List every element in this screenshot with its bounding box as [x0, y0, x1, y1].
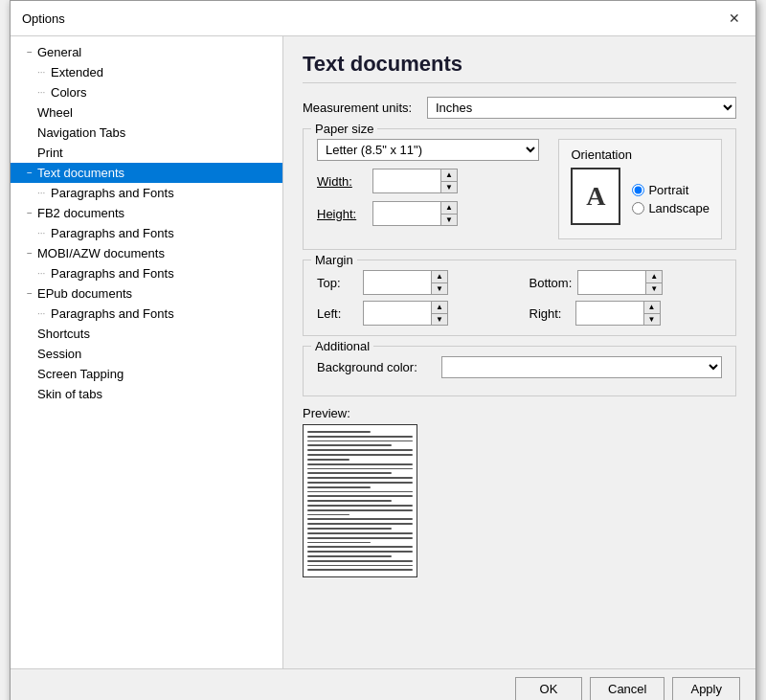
left-spinner[interactable]: 0.0 " ▲ ▼	[363, 301, 448, 326]
height-input[interactable]: 11.0 "	[373, 205, 440, 223]
portrait-radio[interactable]	[632, 184, 644, 196]
preview-line	[307, 551, 413, 553]
width-down-button[interactable]: ▼	[441, 181, 457, 192]
top-down-button[interactable]: ▼	[432, 282, 447, 294]
right-down-button[interactable]: ▼	[644, 313, 660, 325]
additional-group: Additional Background color:	[303, 346, 736, 396]
preview-line	[307, 463, 413, 465]
tree-item-label-epub-documents: EPub documents	[37, 286, 132, 301]
preview-page	[303, 424, 417, 577]
orientation-label: Orientation	[571, 147, 710, 162]
bottom-spinner-buttons: ▲ ▼	[645, 271, 662, 294]
measurement-select[interactable]: InchesCentimetersMillimetersPoints	[427, 97, 736, 119]
height-down-button[interactable]: ▼	[441, 214, 457, 225]
top-spinner[interactable]: 0.0 " ▲ ▼	[363, 270, 448, 295]
preview-line	[307, 477, 413, 479]
left-margin-item: Left: 0.0 " ▲ ▼	[317, 301, 510, 326]
preview-line	[307, 459, 349, 461]
top-spinner-buttons: ▲ ▼	[431, 271, 447, 294]
width-label: Width:	[317, 174, 372, 189]
additional-label: Additional	[311, 339, 373, 353]
cancel-button[interactable]: Cancel	[590, 677, 665, 700]
tree-item-fb2-documents[interactable]: −FB2 documents	[11, 203, 282, 223]
tree-item-text-paragraphs-fonts[interactable]: ···Paragraphs and Fonts	[11, 183, 282, 203]
connector-text-paragraphs-fonts: ···	[37, 188, 49, 198]
preview-line	[307, 440, 413, 442]
title-bar: Options ✕	[11, 1, 755, 36]
left-up-button[interactable]: ▲	[432, 302, 447, 313]
orientation-box: Orientation A Portrait	[558, 139, 722, 239]
tree-item-mobi-paragraphs-fonts[interactable]: ···Paragraphs and Fonts	[11, 263, 282, 283]
tree-item-text-documents[interactable]: −Text documents	[11, 163, 282, 183]
tree-item-epub-paragraphs-fonts[interactable]: ···Paragraphs and Fonts	[11, 304, 282, 324]
tree-item-label-mobi-paragraphs-fonts: Paragraphs and Fonts	[51, 266, 174, 281]
left-input[interactable]: 0.0 "	[364, 305, 431, 323]
tree-item-label-wheel: Wheel	[37, 105, 73, 120]
ok-button[interactable]: OK	[515, 677, 582, 700]
tree-item-session[interactable]: Session	[11, 344, 282, 364]
tree-item-label-colors: Colors	[51, 85, 87, 100]
landscape-option[interactable]: Landscape	[632, 201, 710, 215]
height-label: Height:	[317, 207, 372, 221]
landscape-radio[interactable]	[632, 202, 644, 215]
right-label: Right:	[529, 306, 570, 321]
preview-line	[307, 436, 413, 438]
tree-item-mobi-documents[interactable]: −MOBI/AZW documents	[11, 243, 282, 263]
page-icon: A	[571, 168, 620, 225]
tree-item-label-navigation-tabs: Navigation Tabs	[37, 125, 125, 140]
tree-item-label-text-documents: Text documents	[37, 166, 124, 180]
apply-button[interactable]: Apply	[672, 677, 740, 700]
top-up-button[interactable]: ▲	[432, 271, 447, 282]
paper-size-left: Letter (8.5" x 11")A4 (8.27" x 11.69")A5…	[317, 139, 539, 234]
tree-item-epub-documents[interactable]: −EPub documents	[11, 283, 282, 304]
width-spinner[interactable]: 8.5 " ▲ ▼	[372, 169, 458, 193]
tree-item-screen-tapping[interactable]: Screen Tapping	[11, 364, 282, 384]
tree-item-label-mobi-documents: MOBI/AZW documents	[37, 246, 165, 260]
tree-item-navigation-tabs[interactable]: Navigation Tabs	[11, 123, 282, 143]
bottom-up-button[interactable]: ▲	[646, 271, 662, 282]
close-button[interactable]: ✕	[725, 9, 744, 28]
right-input[interactable]: 0.0 "	[576, 305, 643, 323]
preview-line	[307, 509, 413, 511]
tree-item-label-general: General	[37, 45, 81, 59]
tree-panel: −General···Extended···ColorsWheelNavigat…	[11, 36, 283, 668]
bg-color-select[interactable]	[441, 356, 722, 378]
top-input[interactable]: 0.0 "	[364, 274, 431, 292]
tree-item-colors[interactable]: ···Colors	[11, 82, 282, 102]
tree-item-print[interactable]: Print	[11, 143, 282, 163]
tree-item-wheel[interactable]: Wheel	[11, 102, 282, 123]
bottom-margin-item: Bottom: 0.0 " ▲ ▼	[529, 270, 723, 295]
width-row: Width: 8.5 " ▲ ▼	[317, 169, 539, 193]
preview-line	[307, 486, 371, 488]
bottom-spinner[interactable]: 0.0 " ▲ ▼	[577, 270, 663, 295]
tree-item-label-extended: Extended	[51, 65, 103, 79]
tree-item-skin-of-tabs[interactable]: Skin of tabs	[11, 384, 282, 404]
height-spinner-buttons: ▲ ▼	[440, 202, 457, 225]
tree-item-general[interactable]: −General	[11, 42, 282, 62]
portrait-option[interactable]: Portrait	[632, 183, 710, 197]
tree-item-shortcuts[interactable]: Shortcuts	[11, 324, 282, 344]
preview-line	[307, 505, 413, 507]
height-up-button[interactable]: ▲	[441, 202, 457, 214]
paper-size-group: Paper size Letter (8.5" x 11")A4 (8.27" …	[303, 128, 736, 250]
width-up-button[interactable]: ▲	[441, 169, 457, 181]
top-margin-item: Top: 0.0 " ▲ ▼	[317, 270, 510, 295]
paper-size-select[interactable]: Letter (8.5" x 11")A4 (8.27" x 11.69")A5…	[317, 139, 539, 161]
tree-item-label-screen-tapping: Screen Tapping	[37, 367, 124, 381]
expand-icon-fb2-documents: −	[24, 208, 35, 218]
height-spinner[interactable]: 11.0 " ▲ ▼	[372, 201, 458, 226]
tree-item-fb2-paragraphs-fonts[interactable]: ···Paragraphs and Fonts	[11, 223, 282, 243]
bg-color-label: Background color:	[317, 360, 441, 374]
right-spinner[interactable]: 0.0 " ▲ ▼	[575, 301, 661, 326]
measurement-select-wrapper: InchesCentimetersMillimetersPoints	[427, 97, 736, 119]
dialog-body: −General···Extended···ColorsWheelNavigat…	[11, 36, 755, 668]
preview-line	[307, 468, 413, 470]
bottom-down-button[interactable]: ▼	[646, 282, 662, 294]
tree-item-extended[interactable]: ···Extended	[11, 62, 282, 82]
left-down-button[interactable]: ▼	[432, 313, 447, 325]
width-input[interactable]: 8.5 "	[373, 172, 440, 191]
paper-size-row: Letter (8.5" x 11")A4 (8.27" x 11.69")A5…	[317, 139, 722, 239]
bottom-input[interactable]: 0.0 "	[578, 274, 645, 292]
right-up-button[interactable]: ▲	[644, 302, 660, 313]
preview-label: Preview:	[303, 406, 736, 420]
